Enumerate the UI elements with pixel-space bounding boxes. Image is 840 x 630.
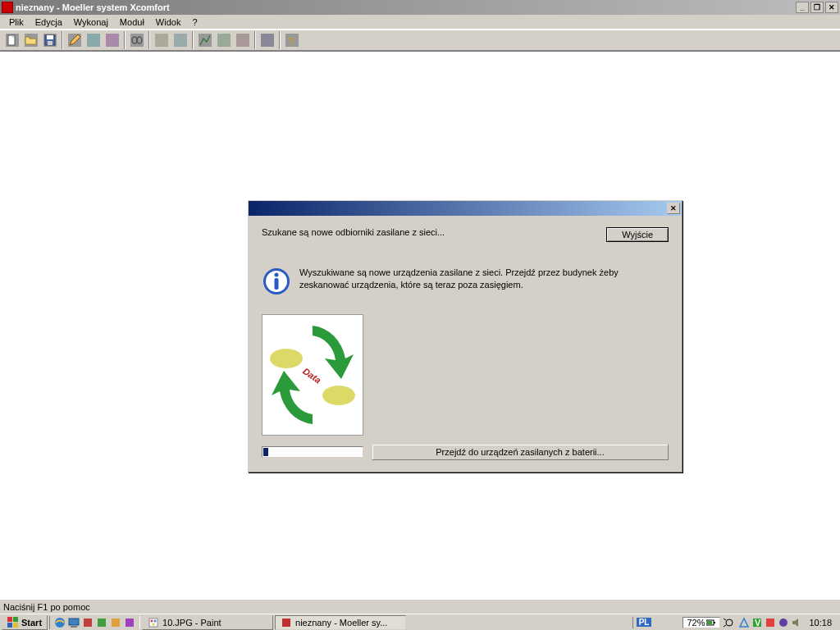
app-icon bbox=[2, 2, 13, 13]
tool-5[interactable] bbox=[84, 31, 103, 49]
tool-8[interactable] bbox=[153, 31, 171, 49]
minimize-button[interactable]: _ bbox=[796, 2, 809, 13]
open-button[interactable] bbox=[22, 31, 40, 49]
task-paint[interactable]: 10.JPG - Paint bbox=[142, 615, 273, 630]
dialog-titlebar[interactable]: ✕ bbox=[249, 201, 682, 216]
moeller-icon bbox=[281, 617, 292, 628]
svg-rect-14 bbox=[7, 617, 12, 622]
battery-indicator[interactable]: 72% bbox=[682, 617, 720, 628]
svg-text:V: V bbox=[755, 618, 761, 628]
svg-point-27 bbox=[154, 619, 157, 622]
svg-rect-32 bbox=[707, 621, 712, 624]
tool-12[interactable] bbox=[234, 31, 252, 49]
dialog-info-text: Wyszukiwane są nowe urządzenia zasilane … bbox=[299, 267, 669, 292]
tool-11[interactable] bbox=[215, 31, 233, 49]
battery-percent: 72% bbox=[687, 618, 705, 628]
data-transfer-image: Data bbox=[262, 314, 363, 436]
svg-line-35 bbox=[724, 625, 726, 627]
close-button[interactable]: ✕ bbox=[825, 2, 838, 13]
toolbar: ? bbox=[0, 30, 840, 51]
desktop-icon[interactable] bbox=[67, 616, 80, 629]
new-button[interactable] bbox=[3, 31, 21, 49]
tray-icons: V bbox=[738, 617, 802, 628]
main-window-titlebar: nieznany - Moeller system Xcomfort _ ❐ ✕ bbox=[0, 0, 840, 15]
toolbar-separator bbox=[62, 31, 63, 49]
system-tray: PL 72% V 10:18 bbox=[632, 617, 838, 628]
task-label: nieznany - Moeller sy... bbox=[295, 618, 387, 628]
menu-help[interactable]: ? bbox=[186, 16, 203, 28]
ql-icon-5[interactable] bbox=[109, 616, 122, 629]
start-label: Start bbox=[21, 618, 42, 628]
status-text: Naciśnij F1 po pomoc bbox=[3, 602, 90, 612]
link-button[interactable] bbox=[128, 31, 146, 49]
tool-9[interactable] bbox=[171, 31, 189, 49]
svg-point-28 bbox=[153, 623, 155, 625]
svg-point-9 bbox=[275, 273, 279, 277]
menu-widok[interactable]: Widok bbox=[150, 16, 187, 28]
tool-13[interactable] bbox=[258, 31, 276, 49]
language-indicator[interactable]: PL bbox=[637, 618, 652, 627]
volume-icon[interactable] bbox=[791, 617, 802, 628]
svg-point-39 bbox=[779, 619, 788, 627]
svg-rect-20 bbox=[71, 626, 77, 628]
progress-bar bbox=[262, 446, 363, 458]
paint-icon bbox=[148, 617, 159, 628]
svg-point-4 bbox=[132, 37, 137, 43]
menu-modul[interactable]: Moduł bbox=[114, 16, 150, 28]
help-button[interactable]: ? bbox=[283, 31, 301, 49]
svg-rect-3 bbox=[48, 41, 52, 45]
tray-icon-2[interactable]: V bbox=[751, 617, 763, 628]
ql-icon-4[interactable] bbox=[95, 616, 108, 629]
svg-text:?: ? bbox=[289, 36, 294, 46]
tray-icon-3[interactable] bbox=[765, 617, 776, 628]
progress-fill bbox=[263, 448, 268, 456]
tray-icon-1[interactable] bbox=[738, 617, 750, 628]
info-icon bbox=[262, 267, 291, 296]
menubar: Plik Edycja Wykonaj Moduł Widok ? bbox=[0, 15, 840, 30]
svg-rect-15 bbox=[13, 617, 18, 622]
svg-rect-22 bbox=[98, 619, 106, 627]
dialog-heading: Szukane są nowe odbiorniki zasilane z si… bbox=[262, 227, 445, 237]
svg-rect-10 bbox=[275, 278, 279, 290]
svg-rect-19 bbox=[69, 619, 79, 625]
clock[interactable]: 10:18 bbox=[806, 618, 835, 628]
menu-wykonaj[interactable]: Wykonaj bbox=[68, 16, 114, 28]
toolbar-separator bbox=[124, 31, 126, 49]
start-button[interactable]: Start bbox=[2, 615, 48, 630]
svg-rect-23 bbox=[112, 619, 120, 627]
task-moeller[interactable]: nieznany - Moeller sy... bbox=[275, 615, 406, 630]
toolbar-separator bbox=[254, 31, 256, 49]
menu-edycja[interactable]: Edycja bbox=[30, 16, 68, 28]
tool-6[interactable] bbox=[103, 31, 121, 49]
svg-rect-29 bbox=[282, 619, 290, 627]
save-button[interactable] bbox=[41, 31, 59, 49]
dialog-body: Szukane są nowe odbiorniki zasilane z si… bbox=[249, 216, 682, 472]
exit-button[interactable]: Wyjście bbox=[606, 227, 669, 242]
scan-button[interactable] bbox=[196, 31, 214, 49]
svg-rect-2 bbox=[47, 35, 53, 39]
svg-point-11 bbox=[270, 349, 303, 368]
menu-plik[interactable]: Plik bbox=[3, 16, 30, 28]
toolbar-separator bbox=[279, 31, 281, 49]
pencil-button[interactable] bbox=[66, 31, 84, 49]
ql-icon-3[interactable] bbox=[81, 616, 94, 629]
svg-point-33 bbox=[726, 619, 733, 626]
ql-icon-6[interactable] bbox=[123, 616, 136, 629]
svg-point-12 bbox=[322, 386, 355, 405]
task-label: 10.JPG - Paint bbox=[162, 618, 221, 628]
svg-rect-31 bbox=[714, 622, 715, 623]
statusbar: Naciśnij F1 po pomoc bbox=[0, 599, 840, 614]
svg-point-5 bbox=[137, 37, 142, 43]
toolbar-separator bbox=[148, 31, 150, 49]
ie-icon[interactable] bbox=[53, 616, 66, 629]
tray-icon-4[interactable] bbox=[778, 617, 789, 628]
dialog-close-button[interactable]: ✕ bbox=[667, 203, 680, 214]
windows-flag-icon bbox=[7, 617, 19, 628]
svg-rect-17 bbox=[13, 623, 18, 628]
taskbar: Start 10.JPG - Paint nieznany - Moeller … bbox=[0, 614, 840, 630]
svg-rect-16 bbox=[7, 623, 12, 628]
window-title: nieznany - Moeller system Xcomfort bbox=[16, 2, 796, 12]
plug-icon[interactable] bbox=[724, 618, 735, 628]
battery-devices-button[interactable]: Przejdź do urządzeń zasilanych z baterii… bbox=[372, 444, 669, 460]
restore-button[interactable]: ❐ bbox=[810, 2, 824, 13]
